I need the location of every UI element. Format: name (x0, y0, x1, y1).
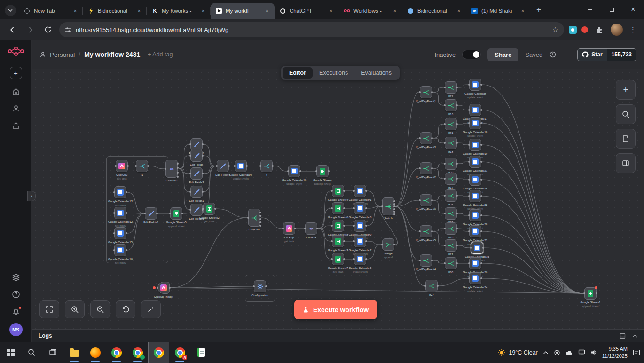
workflow-node-if24[interactable]: If24 (445, 118, 457, 130)
workflow-node-f1[interactable]: f1 (136, 160, 148, 172)
workflow-node-gsheets6[interactable]: Google Sheets6get: rows (332, 202, 344, 214)
browser-menu-button[interactable]: ⋮ (628, 25, 638, 34)
tab-close-icon[interactable]: × (391, 7, 399, 15)
workflow-node-code3a3[interactable]: </>Code3a3 (165, 160, 178, 178)
tray-expand-chevron[interactable] (543, 351, 549, 355)
volume-icon[interactable] (590, 349, 597, 355)
workflow-node-ef3[interactable]: Edit Fields3 (190, 167, 203, 180)
active-toggle[interactable] (462, 50, 481, 59)
workflow-node-if08[interactable]: If08 (445, 257, 457, 269)
workflow-node-gcal15[interactable]: Google Calendar15get: many (114, 227, 126, 239)
workflow-node-if23[interactable]: If23 (445, 207, 457, 220)
browser-tab-bidirectional-1[interactable]: Bidirectional × (83, 3, 147, 19)
templates-stack-icon[interactable] (12, 273, 20, 282)
workflow-node-clickup[interactable]: ClickUpget: task (283, 222, 295, 235)
file-explorer-icon[interactable] (63, 342, 85, 363)
workflow-node-f[interactable]: f (260, 160, 273, 172)
workflow-node-gcal6[interactable]: Google Calendar6create: event (354, 253, 366, 265)
workflow-node-ifad4[interactable]: If_allDayEvent4 (420, 254, 432, 267)
workflow-node-gcal8[interactable]: Google Calendar8create: event (354, 202, 366, 214)
workflow-node-clickup3[interactable]: ClickUp3get: task (116, 160, 128, 172)
workflow-node-if26[interactable]: If26 (445, 189, 457, 202)
workflow-node-ifad5[interactable]: If_allDayEvent5 (420, 225, 432, 237)
user-avatar[interactable]: MS (9, 323, 23, 336)
breadcrumb-project[interactable]: Personal (50, 51, 75, 58)
workflow-node-gsheets5[interactable]: Google Sheets5append: sheet (170, 207, 182, 220)
browser-tab-new-tab[interactable]: New Tab × (19, 3, 83, 19)
workflow-node-gcal26[interactable]: Google Calendar26update: event (469, 174, 481, 186)
workflow-node-gcal13[interactable]: Google Calendar13get: many (114, 186, 126, 198)
workflow-node-ef[interactable]: Edit Fields (190, 150, 203, 162)
tab-close-icon[interactable]: × (135, 7, 143, 15)
workflow-node-if28[interactable]: If28 (445, 222, 457, 235)
workflow-node-gcal16[interactable]: Google Calendar16get: many (114, 244, 126, 256)
share-upload-icon[interactable] (12, 121, 20, 130)
workflow-node-gcal1[interactable]: Google Calendar1create: event (354, 185, 366, 197)
workflow-node-gcal24[interactable]: Google Calendar24update: event (469, 272, 481, 284)
start-button[interactable] (0, 342, 21, 363)
workflow-node-gcal10[interactable]: Google Calendar10update: event (288, 165, 300, 177)
history-icon[interactable] (549, 51, 557, 58)
workflow-node-gcal21[interactable]: Google Calendar21update: event (469, 156, 481, 168)
home-icon[interactable] (12, 87, 20, 96)
profile-avatar[interactable] (611, 24, 623, 36)
workflow-node-ifad2[interactable]: If_allDayEvent2 (420, 162, 432, 174)
share-button[interactable]: Share (487, 48, 518, 61)
workflow-node-ef2[interactable]: Edit Fields2 (190, 138, 203, 150)
logs-label[interactable]: Logs (39, 332, 52, 339)
onedrive-cloud-icon[interactable] (565, 350, 573, 355)
workflow-node-if21[interactable]: If21 (445, 239, 457, 252)
workflow-node-if16[interactable]: If16 (445, 99, 457, 111)
weather-widget[interactable]: 19°C Clear (498, 349, 537, 356)
workflow-node-config[interactable]: Configuration (254, 280, 266, 292)
maximize-button[interactable] (601, 0, 622, 19)
browser-tab-my-workflow[interactable]: My workfl × (211, 3, 275, 19)
workflow-node-if22[interactable]: If22 (445, 81, 457, 94)
task-view-button[interactable] (42, 342, 63, 363)
camera-tray-icon[interactable] (554, 349, 560, 356)
chrome-icon-2[interactable] (127, 342, 148, 363)
workflow-node-gsheets[interactable]: Google Sheetsappend: sheet (316, 165, 329, 177)
tab-search-button[interactable] (5, 5, 16, 16)
zoom-in-button[interactable] (65, 300, 85, 318)
add-node-button[interactable]: + (616, 80, 636, 100)
workflow-node-clickup_trigger[interactable]: ClickUp Trigger (157, 282, 170, 294)
more-options-button[interactable]: ⋯ (563, 50, 571, 59)
workflow-title[interactable]: My workflow 2481 (84, 51, 140, 58)
undo-button[interactable] (116, 300, 135, 318)
workflow-node-gcal7[interactable]: Google Calendar7create: event (354, 235, 366, 247)
workflow-node-ef4[interactable]: Edit Fields4 (217, 160, 229, 172)
extensions-puzzle-icon[interactable] (593, 23, 606, 36)
add-tag-button[interactable]: + Add tag (148, 51, 173, 58)
workflow-node-gcal9[interactable]: Google Calendar9create: event (354, 220, 366, 232)
extension-icon-teal[interactable] (569, 26, 577, 34)
workflow-node-gcal25[interactable]: Google Calendar25update: event (471, 242, 483, 254)
tab-close-icon[interactable]: × (455, 7, 463, 15)
workflow-node-ifad6[interactable]: If_allDayEvent6 (420, 194, 432, 206)
workflow-node-code3a[interactable]: </>Code3a (305, 222, 317, 235)
workflow-node-gsheets3[interactable]: Google Sheets3get: rows (332, 235, 344, 247)
workflow-node-code5a3[interactable]: Code5a3 (248, 209, 260, 227)
workflow-node-if20[interactable]: If20 (445, 158, 457, 170)
workflow-node-gcal23[interactable]: Google Calendar23update: event (469, 225, 481, 237)
notifications-bell-icon[interactable] (12, 307, 20, 316)
workflow-node-ifad3[interactable]: If_allDayEvent3 (420, 132, 432, 144)
browser-tab-bidirectional-2[interactable]: Bidirectional × (402, 3, 466, 19)
browser-tab-linkedin[interactable]: in (1) Md Shaki × (466, 3, 530, 19)
expand-logs-chevron-icon[interactable] (632, 334, 637, 338)
tab-close-icon[interactable]: × (263, 7, 271, 15)
new-tab-button[interactable]: + (532, 3, 545, 16)
tab-close-icon[interactable]: × (327, 7, 335, 15)
tab-executions[interactable]: Executions (313, 67, 354, 79)
site-info-icon[interactable] (65, 26, 71, 33)
reload-button[interactable] (41, 23, 55, 36)
workflow-node-gsheets7[interactable]: Google Sheets7get: rows (332, 253, 344, 265)
bookmark-star-icon[interactable]: ☆ (552, 25, 558, 34)
workflow-node-gcal12[interactable]: Google Calendar12get: many (114, 207, 126, 219)
workflow-node-ifad1[interactable]: If_allDayEvent1 (420, 86, 432, 98)
action-center-icon[interactable] (633, 349, 640, 356)
add-sticky-note-button[interactable] (616, 129, 636, 149)
close-button[interactable]: × (622, 0, 644, 19)
workflow-node-ef5[interactable]: Edit Fields5 (145, 207, 157, 220)
workflow-node-gsheets8[interactable]: Google Sheets8get: rows (332, 220, 344, 232)
